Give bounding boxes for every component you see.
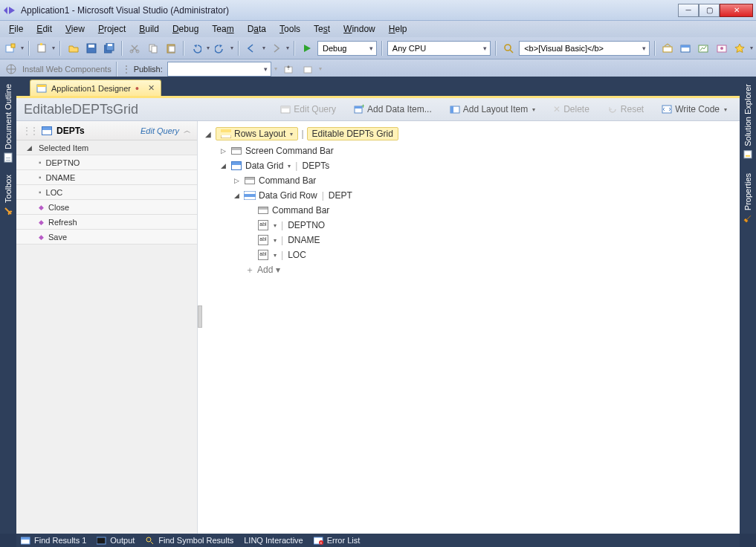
crumb-rows-layout[interactable]: Rows Layout ▾ [216, 127, 298, 140]
tb-icon-5[interactable] [732, 40, 747, 56]
menu-help[interactable]: Help [383, 22, 413, 36]
copy-button[interactable] [145, 40, 160, 56]
add-layout-item-button[interactable]: Add Layout Item ▾ [445, 102, 540, 117]
standard-toolbar: ▾ ▾ ▾ ▾ ▾ ▾ Debug Any CPU <b>[Visual Bas… [0, 37, 756, 59]
edit-query-button[interactable]: Edit Query [275, 102, 341, 117]
config-combo[interactable]: Debug [317, 41, 377, 56]
minimize-button[interactable]: ─ [678, 4, 699, 17]
install-web-icon[interactable] [3, 61, 19, 77]
publish-combo[interactable] [167, 62, 271, 77]
menu-team[interactable]: Team [206, 22, 239, 36]
tree-node-row-cmd-bar[interactable]: Command Bar [205, 203, 732, 218]
svg-rect-31 [37, 85, 46, 87]
save-button[interactable] [84, 40, 99, 56]
dirty-indicator-icon: • [135, 85, 139, 92]
svg-rect-27 [6, 158, 10, 158]
install-web-label[interactable]: Install Web Components [22, 65, 112, 74]
dock-tab-properties[interactable]: Properties [741, 169, 755, 228]
data-grid-icon [230, 161, 242, 171]
field-dname[interactable]: ▪DNAME [16, 170, 197, 185]
redo-button[interactable] [213, 40, 227, 56]
paste-button[interactable] [164, 40, 178, 56]
tree-node-col-deptno[interactable]: abl ▾ | DEPTNO [205, 218, 732, 233]
status-output[interactable]: Output [97, 536, 135, 545]
action-close[interactable]: ◆Close [16, 200, 197, 215]
tree-add-item[interactable]: ＋ Add ▾ [205, 262, 732, 277]
status-find-symbol[interactable]: Find Symbol Results [145, 536, 233, 545]
expand-icon[interactable]: ◢ [232, 192, 241, 199]
tree-node-screen-cmd[interactable]: ▷ Screen Command Bar [205, 143, 732, 158]
svg-rect-14 [169, 46, 175, 52]
save-all-button[interactable] [102, 40, 117, 56]
reset-button[interactable]: Reset [602, 102, 649, 117]
find-results-icon [21, 536, 31, 545]
collapse-icon[interactable]: ︿ [184, 126, 191, 136]
selected-item-section[interactable]: ◢ Selected Item [16, 140, 197, 155]
open-button[interactable] [65, 40, 80, 56]
find-symbol-icon [145, 536, 155, 545]
svg-rect-24 [304, 67, 311, 73]
svg-rect-28 [744, 151, 752, 158]
tree-node-data-grid-row[interactable]: ◢ Data Grid Row | DEPT [205, 188, 732, 203]
nav-back-button[interactable] [244, 40, 259, 56]
menu-data[interactable]: Data [242, 22, 272, 36]
maximize-button[interactable]: ▢ [699, 4, 720, 17]
platform-combo[interactable]: Any CPU [387, 41, 491, 56]
dock-tab-toolbox[interactable]: Toolbox [1, 170, 15, 221]
add-data-item-button[interactable]: + Add Data Item... [349, 102, 437, 117]
tb-icon-4[interactable] [714, 40, 728, 56]
document-tab-designer[interactable]: Application1 Designer • ✕ [30, 80, 161, 96]
svg-rect-3 [40, 43, 42, 45]
menu-window[interactable]: Window [337, 22, 381, 36]
status-linq[interactable]: LINQ Interactive [244, 536, 303, 545]
action-refresh[interactable]: ◆Refresh [16, 215, 197, 230]
tree-caret-icon[interactable]: ◢ [205, 130, 213, 138]
crumb-grid-name[interactable]: Editable DEPTs Grid [307, 127, 398, 140]
close-button[interactable]: ✕ [720, 4, 753, 17]
field-loc[interactable]: ▪LOC [16, 185, 197, 200]
publish-icon-2[interactable] [300, 61, 316, 77]
menu-debug[interactable]: Debug [167, 22, 204, 36]
svg-text:+: + [361, 104, 364, 110]
data-grid-row-icon [244, 190, 256, 201]
cut-button[interactable] [127, 40, 142, 56]
left-edit-query-link[interactable]: Edit Query [140, 126, 179, 135]
expand-icon[interactable]: ◢ [219, 162, 227, 169]
menu-build[interactable]: Build [133, 22, 165, 36]
expand-icon[interactable]: ▷ [232, 177, 241, 184]
document-tab-close-icon[interactable]: ✕ [148, 83, 155, 93]
menu-file[interactable]: File [3, 22, 29, 36]
status-find-results[interactable]: Find Results 1 [21, 536, 86, 545]
tree-node-col-dname[interactable]: abl ▾ | DNAME [205, 233, 732, 247]
menu-tools[interactable]: Tools [274, 22, 306, 36]
command-bar-icon [257, 205, 269, 216]
tb-icon-1[interactable] [660, 40, 675, 56]
status-error-list[interactable]: x Error List [314, 536, 361, 545]
nav-fwd-button[interactable] [268, 40, 283, 56]
menu-view[interactable]: View [59, 22, 91, 36]
action-save[interactable]: ◆Save [16, 230, 197, 245]
tree-node-cmd-bar[interactable]: ▷ Command Bar [205, 173, 732, 188]
write-code-button[interactable]: Write Code ▾ [656, 102, 732, 117]
field-deptno[interactable]: ▪DEPTNO [16, 155, 197, 170]
dock-tab-document-outline[interactable]: Document Outline [1, 80, 15, 167]
undo-button[interactable] [189, 40, 204, 56]
tb-icon-3[interactable] [696, 40, 711, 56]
tree-node-data-grid[interactable]: ◢ Data Grid ▾ | DEPTs [205, 158, 732, 173]
new-project-button[interactable] [3, 40, 18, 56]
menu-project[interactable]: Project [92, 22, 132, 36]
delete-button[interactable]: ✕ Delete [548, 102, 595, 117]
find-button[interactable] [501, 40, 516, 56]
find-context-combo[interactable]: <b>[Visual Basic]</b> [519, 41, 650, 56]
add-item-button[interactable] [34, 40, 49, 56]
tree-node-col-loc[interactable]: abl ▾ | LOC [205, 247, 732, 262]
start-debug-button[interactable] [300, 40, 314, 56]
expand-icon[interactable]: ▷ [219, 147, 227, 155]
menu-test[interactable]: Test [308, 22, 336, 36]
publish-icon-1[interactable] [280, 61, 297, 77]
tb-icon-2[interactable] [678, 40, 693, 56]
menu-edit[interactable]: Edit [30, 22, 58, 36]
dock-tab-solution-explorer[interactable]: Solution Explorer [741, 80, 755, 164]
method-icon: ◆ [39, 219, 44, 226]
output-icon [97, 536, 107, 545]
